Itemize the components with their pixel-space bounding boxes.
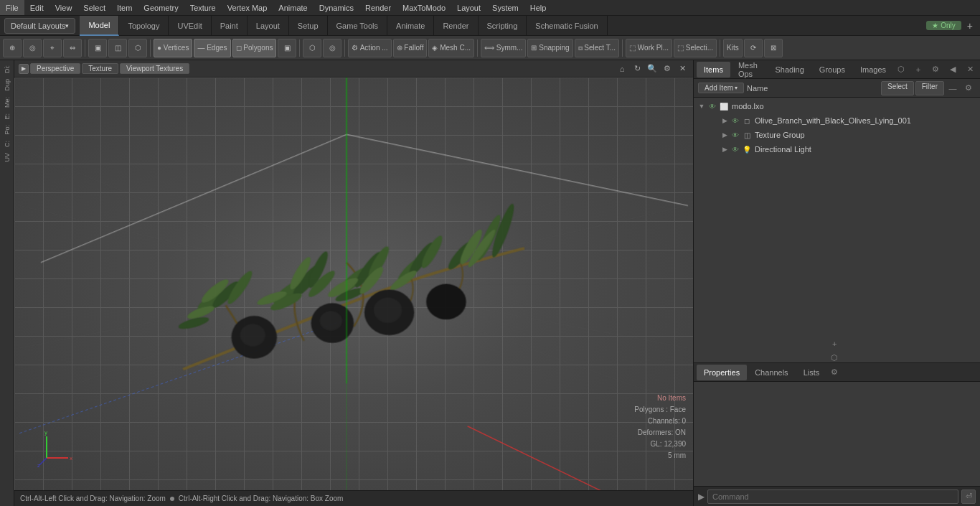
command-input[interactable]: [707, 489, 958, 504]
pivot-btn[interactable]: ⌖: [43, 39, 62, 57]
star-only-btn[interactable]: ★ Only: [926, 21, 961, 30]
viewport-texture-btn[interactable]: Texture: [82, 63, 118, 74]
viewport-close-btn[interactable]: ✕: [676, 62, 689, 75]
menu-select[interactable]: Select: [77, 0, 111, 15]
tab-layout[interactable]: Layout: [248, 16, 289, 36]
symmetry-btn[interactable]: ⟺ Symm...: [481, 39, 526, 57]
menu-dynamics[interactable]: Dynamics: [314, 0, 359, 15]
selection-sets-btn[interactable]: ⬚ Selecti...: [674, 39, 717, 57]
props-add-btn[interactable]: +: [827, 337, 842, 351]
add-item-btn[interactable]: Add Item: [698, 83, 744, 93]
sidebar-item-po[interactable]: Po:: [2, 123, 12, 137]
tree-item-light[interactable]: ▶ 👁 💡 Directional Light: [694, 142, 980, 156]
menu-animate[interactable]: Animate: [273, 0, 313, 15]
tab-groups[interactable]: Groups: [812, 62, 852, 78]
menu-help[interactable]: Help: [524, 0, 552, 15]
tree-item-modo-lxo[interactable]: ▼ 👁 ⬜ modo.lxo: [694, 99, 980, 113]
menu-edit[interactable]: Edit: [24, 0, 50, 15]
select-paint-btn[interactable]: ◫: [108, 39, 127, 57]
viewport-textures-btn[interactable]: Viewport Textures: [120, 63, 189, 74]
vertices-btn[interactable]: ● Vertices: [154, 39, 192, 57]
extra-btn[interactable]: ⊠: [764, 39, 783, 57]
menu-item[interactable]: Item: [111, 0, 138, 15]
tab-items[interactable]: Items: [697, 62, 730, 78]
tab-render[interactable]: Render: [434, 16, 478, 36]
sidebar-item-me[interactable]: Me:: [2, 95, 12, 110]
kits-btn[interactable]: Kits: [723, 39, 743, 57]
tab-lists[interactable]: Lists: [796, 365, 827, 380]
expand-olive[interactable]: ▶: [720, 116, 730, 126]
tab-uvedit[interactable]: UVEdit: [169, 16, 211, 36]
tab-schematic[interactable]: Schematic Fusion: [527, 16, 607, 36]
viewport-home-btn[interactable]: ⌂: [616, 62, 628, 75]
layout-dropdown[interactable]: Default Layouts: [4, 18, 75, 34]
tab-scripting[interactable]: Scripting: [479, 16, 527, 36]
action-btn[interactable]: ⚙ Action ...: [348, 39, 391, 57]
mesh-constraint-btn[interactable]: ◈ Mesh C...: [428, 39, 474, 57]
menu-vertexmap[interactable]: Vertex Map: [222, 0, 273, 15]
items-select-btn[interactable]: Select: [881, 81, 914, 95]
tree-item-olive[interactable]: ▶ 👁 ◻ Olive_Branch_with_Black_Olives_Lyi…: [694, 113, 980, 128]
snapping-btn[interactable]: ⊞ Snapping: [527, 39, 573, 57]
tab-shading[interactable]: Shading: [768, 62, 811, 78]
tab-channels[interactable]: Channels: [748, 365, 795, 380]
viewport-perspective-btn[interactable]: Perspective: [30, 63, 80, 74]
panel-close-btn[interactable]: ✕: [963, 62, 977, 77]
menu-file[interactable]: File: [0, 0, 24, 15]
item-tree[interactable]: ▼ 👁 ⬜ modo.lxo ▶ 👁 ◻ Olive_Branch_with_B…: [694, 98, 980, 362]
edges-btn[interactable]: — Edges: [194, 39, 230, 57]
expand-texture[interactable]: ▶: [720, 130, 730, 140]
sidebar-item-di[interactable]: Di:: [2, 63, 12, 75]
refresh-btn[interactable]: ⟳: [744, 39, 763, 57]
tab-gametools[interactable]: Game Tools: [328, 16, 388, 36]
sidebar-item-c[interactable]: C:: [2, 139, 12, 149]
menu-render[interactable]: Render: [359, 0, 397, 15]
panel-collapse-right-btn[interactable]: ◀: [946, 62, 960, 77]
menu-system[interactable]: System: [486, 0, 524, 15]
items-collapse-btn[interactable]: —: [946, 81, 960, 95]
expand-light[interactable]: ▶: [720, 144, 730, 154]
sidebar-item-dup[interactable]: Dup: [2, 77, 12, 93]
uv-btn[interactable]: ◎: [323, 39, 341, 57]
panel-settings-btn[interactable]: ⚙: [928, 62, 943, 77]
vis-olive[interactable]: 👁: [730, 115, 741, 126]
panel-add-btn[interactable]: +: [911, 62, 925, 77]
command-submit-btn[interactable]: ⏎: [961, 489, 976, 504]
select-lasso-btn[interactable]: ⬡: [128, 39, 147, 57]
tab-setup[interactable]: Setup: [289, 16, 328, 36]
viewport-collapse-btn[interactable]: ▶: [19, 64, 29, 74]
vis-modo-lxo[interactable]: 👁: [707, 100, 718, 112]
props-expand-btn[interactable]: ⬡: [827, 351, 842, 365]
menu-geometry[interactable]: Geometry: [138, 0, 184, 15]
sidebar-item-e[interactable]: E:: [2, 111, 12, 122]
sidebar-item-uv[interactable]: UV: [2, 151, 12, 164]
add-layout-btn[interactable]: +: [964, 20, 976, 32]
tab-mesh-ops[interactable]: Mesh Ops: [731, 62, 768, 78]
polygons-btn[interactable]: ◻ Polygons: [232, 39, 277, 57]
tab-topology[interactable]: Topology: [119, 16, 169, 36]
world-origin-btn[interactable]: ⊕: [3, 39, 22, 57]
workplane-btn[interactable]: ⬚ Work Pl...: [626, 39, 672, 57]
menu-layout[interactable]: Layout: [451, 0, 486, 15]
menu-maxtomodo[interactable]: MaxToModo: [397, 0, 451, 15]
viewport-zoom-btn[interactable]: 🔍: [646, 62, 659, 75]
expand-modo-lxo[interactable]: ▼: [697, 101, 707, 111]
menu-texture[interactable]: Texture: [184, 0, 222, 15]
panel-expand-btn[interactable]: ⬡: [894, 62, 908, 77]
select-rect-btn[interactable]: ▣: [88, 39, 107, 57]
tab-paint[interactable]: Paint: [212, 16, 248, 36]
tree-item-texture[interactable]: ▶ 👁 ◫ Texture Group: [694, 128, 980, 142]
snap-btn[interactable]: ◎: [23, 39, 42, 57]
vis-light[interactable]: 👁: [730, 144, 741, 155]
menu-view[interactable]: View: [50, 0, 78, 15]
item-mode-btn[interactable]: ▣: [278, 39, 296, 57]
props-settings-btn[interactable]: ⚙: [827, 365, 842, 380]
tab-images[interactable]: Images: [853, 62, 893, 78]
tab-properties[interactable]: Properties: [697, 365, 747, 380]
viewport-settings-btn[interactable]: ⚙: [661, 62, 674, 75]
select-transform-btn[interactable]: ⧈ Select T...: [575, 39, 620, 57]
mesh-comp-btn[interactable]: ⬡: [303, 39, 321, 57]
items-settings-btn[interactable]: ⚙: [961, 81, 976, 95]
vis-texture[interactable]: 👁: [730, 129, 741, 141]
axis-btn[interactable]: ⇔: [63, 39, 82, 57]
